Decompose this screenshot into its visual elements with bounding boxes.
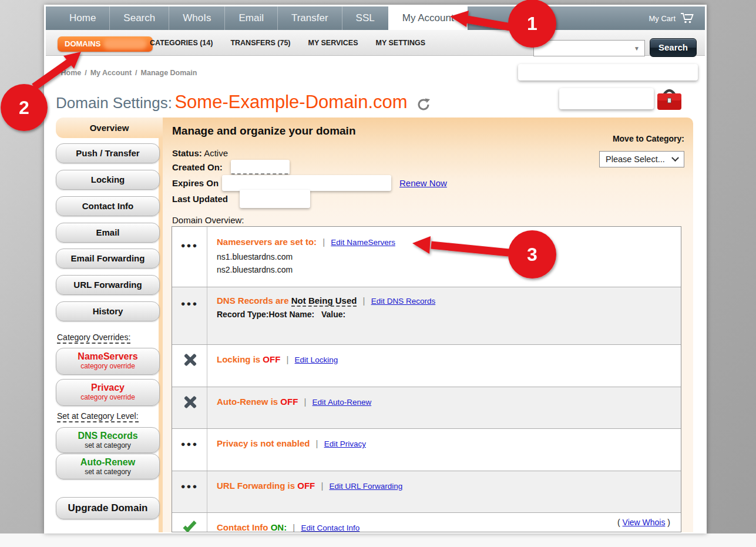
sub-nav-my-services[interactable]: MY SERVICES	[308, 39, 358, 47]
edit-privacy-link[interactable]: Edit Privacy	[324, 439, 366, 448]
paren: (	[617, 518, 620, 527]
breadcrumb-manage-domain: Manage Domain	[141, 69, 197, 77]
domain-overview-label: Domain Overview:	[172, 215, 244, 225]
sidebar-tab-email[interactable]: Email	[56, 223, 160, 243]
table-row-privacy: ●●● Privacy is not enabled | Edit Privac…	[172, 428, 681, 471]
breadcrumb-separator: /	[135, 69, 137, 77]
auto-renew-category-title: Auto-Renew	[56, 457, 159, 468]
sidebar-tab-url-forwarding[interactable]: URL Forwarding	[56, 275, 160, 295]
sidebar-button-dns-records-category[interactable]: DNS Records set at category	[56, 427, 160, 453]
edit-url-forwarding-link[interactable]: Edit URL Forwarding	[330, 482, 403, 491]
sidebar-tab-contact-info[interactable]: Contact Info	[56, 196, 160, 216]
sidebar-tab-email-forwarding[interactable]: Email Forwarding	[56, 249, 160, 269]
breadcrumb-my-account[interactable]: My Account	[90, 69, 132, 77]
sidebar-button-nameservers-override[interactable]: NameServers category override	[56, 348, 160, 375]
nameservers-override-title: NameServers	[56, 351, 159, 362]
sub-nav-my-settings[interactable]: MY SETTINGS	[376, 39, 426, 47]
set-at-category-label: Set at Category Level:	[57, 411, 139, 422]
icon-cell	[172, 345, 207, 387]
nav-tab-home[interactable]: Home	[56, 6, 109, 30]
sidebar-tab-push-transfer[interactable]: Push / Transfer	[56, 143, 160, 163]
table-row-dns-records: ●●● DNS Records are Not Being Used | Edi…	[172, 287, 681, 344]
sidebar-button-auto-renew-category[interactable]: Auto-Renew set at category	[56, 454, 160, 479]
annotation-number-2: 2	[19, 97, 29, 118]
dropdown-arrow-icon: ▼	[634, 45, 640, 52]
my-cart-button[interactable]: My Cart	[649, 6, 695, 30]
category-select[interactable]: Please Select...	[599, 151, 684, 167]
cart-icon	[680, 12, 694, 24]
redacted-box	[559, 88, 654, 109]
privacy-override-title: Privacy	[56, 382, 159, 393]
nameserver-2: ns2.bluestardns.com	[217, 263, 675, 276]
toolbox-icon[interactable]	[656, 86, 683, 113]
row-title: Locking is	[217, 354, 260, 364]
page-title: Domain Settings: Some-Example-Domain.com	[56, 92, 431, 115]
view-whois-link[interactable]: View Whois	[623, 518, 666, 527]
redacted-smudge	[103, 39, 147, 49]
page-title-prefix: Domain Settings:	[56, 94, 172, 112]
breadcrumb: ⌂ Home / My Account / Manage Domain	[52, 68, 197, 78]
edit-dns-records-link[interactable]: Edit DNS Records	[371, 297, 436, 306]
edit-auto-renew-link[interactable]: Edit Auto-Renew	[313, 398, 372, 407]
sidebar-tab-history[interactable]: History	[56, 301, 160, 321]
upgrade-domain-button[interactable]: Upgrade Domain	[56, 497, 160, 519]
sidebar-tab-overview[interactable]: Overview	[56, 118, 163, 138]
icon-cell: ●●●	[172, 429, 207, 471]
domain-overview-table: ●●● Nameservers are set to: | Edit NameS…	[172, 226, 681, 532]
row-status: ON:	[271, 522, 287, 532]
table-row-url-forwarding: ●●● URL Forwarding is OFF | Edit URL For…	[172, 471, 681, 512]
nav-tab-my-account[interactable]: My Account	[388, 6, 468, 30]
nav-tab-transfer[interactable]: Transfer	[277, 6, 342, 30]
chevron-down-icon	[671, 154, 679, 162]
edit-nameservers-link[interactable]: Edit NameServers	[331, 238, 395, 247]
separator: |	[287, 354, 289, 364]
breadcrumb-home[interactable]: Home	[61, 69, 81, 77]
dots-icon: ●●●	[181, 439, 199, 448]
x-icon	[183, 353, 196, 366]
check-icon	[183, 519, 196, 532]
dns-records-category-sub: set at category	[56, 441, 159, 449]
sub-nav-domains-button[interactable]: DOMAINS	[58, 36, 153, 52]
nav-tab-whois[interactable]: WhoIs	[169, 6, 224, 30]
edit-contact-info-link[interactable]: Edit Contact Info	[301, 523, 359, 532]
row-title: Privacy is not enabled	[217, 438, 310, 448]
section-heading: Manage and organize your domain	[172, 125, 356, 137]
page-title-domain: Some-Example-Domain.com	[174, 92, 407, 112]
icon-cell: ●●●	[172, 471, 207, 512]
sub-nav-transfers[interactable]: TRANSFERS (75)	[230, 39, 290, 47]
annotation-circle-2	[1, 84, 48, 131]
renew-now-link[interactable]: Renew Now	[399, 178, 447, 188]
icon-cell: ●●●	[172, 287, 207, 344]
auto-renew-category-sub: set at category	[56, 468, 159, 476]
status-label: Status:	[172, 148, 202, 158]
sub-nav-categories[interactable]: CATEGORIES (14)	[150, 39, 213, 47]
nav-tab-email[interactable]: Email	[224, 6, 277, 30]
sub-nav-items: CATEGORIES (14) TRANSFERS (75) MY SERVIC…	[150, 30, 425, 56]
separator: |	[322, 237, 325, 247]
privacy-override-sub: category override	[56, 393, 159, 401]
nav-tab-ssl[interactable]: SSL	[342, 6, 388, 30]
row-title: URL Forwarding is	[217, 481, 295, 491]
search-button[interactable]: Search	[650, 38, 697, 57]
nameserver-1: ns1.bluestardns.com	[217, 250, 675, 263]
domain-search-combobox[interactable]: ▼	[533, 40, 645, 56]
category-select-value: Please Select...	[606, 155, 665, 164]
sidebar-tab-locking[interactable]: Locking	[56, 170, 160, 190]
sub-navbar: DOMAINS CATEGORIES (14) TRANSFERS (75) M…	[46, 30, 705, 56]
sidebar-button-privacy-override[interactable]: Privacy category override	[56, 379, 160, 406]
status-line: Status: Active	[172, 148, 228, 158]
edit-locking-link[interactable]: Edit Locking	[295, 355, 338, 364]
refresh-icon[interactable]	[416, 97, 431, 115]
nav-tab-search[interactable]: Search	[109, 6, 169, 30]
row-title: Contact Info	[217, 522, 268, 532]
table-row-contact-info: Contact Info ON: | Edit Contact Info ( V…	[172, 512, 681, 532]
x-icon	[183, 395, 196, 408]
expires-label: Expires On	[172, 178, 219, 188]
updated-line: Last Updated	[172, 194, 228, 204]
row-status: OFF	[263, 354, 280, 364]
desktop-bottom-strip	[0, 533, 756, 547]
nameservers-override-sub: category override	[56, 362, 159, 370]
redacted-box	[518, 64, 698, 80]
row-title: DNS Records are	[217, 296, 289, 306]
icon-cell	[172, 387, 207, 428]
